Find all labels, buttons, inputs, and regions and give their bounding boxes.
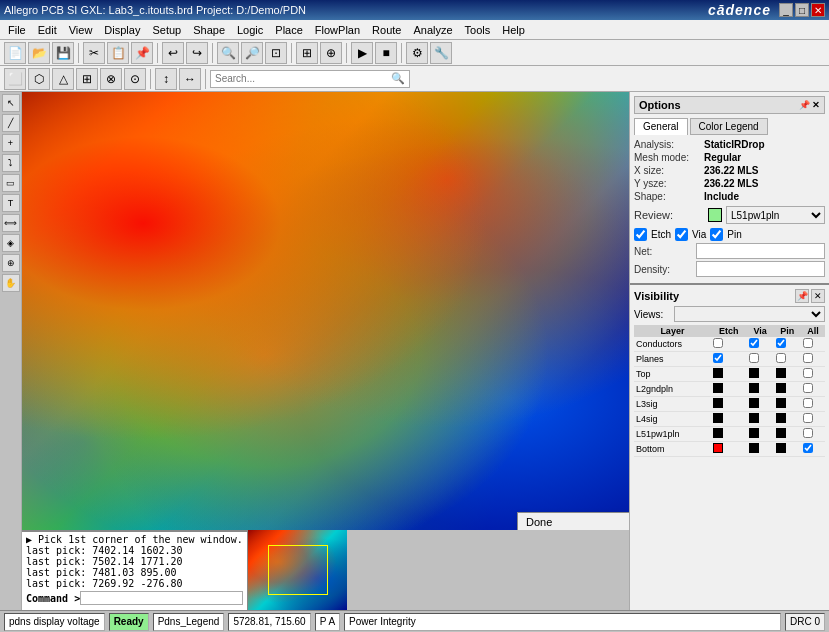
conductors-etch-cb[interactable] [713,338,723,348]
lt-zoom[interactable]: ⊕ [2,254,20,272]
l3-all-cb[interactable] [803,398,813,408]
l5-via-sq[interactable] [749,428,759,438]
menu-place[interactable]: Place [269,22,309,38]
maximize-button[interactable]: □ [795,3,809,17]
tb2-btn3[interactable]: △ [52,68,74,90]
etch-checkbox[interactable] [634,228,647,241]
menu-flowplan[interactable]: FlowPlan [309,22,366,38]
planes-etch-cb[interactable] [713,353,723,363]
lt-route[interactable]: ⤵ [2,154,20,172]
menu-setup[interactable]: Setup [146,22,187,38]
tb-cut[interactable]: ✂ [83,42,105,64]
close-button[interactable]: ✕ [811,3,825,17]
l5-pin-sq[interactable] [776,428,786,438]
l3-etch-sq[interactable] [713,398,723,408]
command-input[interactable] [80,591,243,605]
tb-undo[interactable]: ↩ [162,42,184,64]
l3-via-sq[interactable] [749,398,759,408]
menu-help[interactable]: Help [496,22,531,38]
l2-all-cb[interactable] [803,383,813,393]
tb-zoom-out[interactable]: 🔎 [241,42,263,64]
tb2-btn8[interactable]: ↔ [179,68,201,90]
top-etch-sq[interactable] [713,368,723,378]
bottom-etch-sq[interactable] [713,443,723,453]
tb-zoom-in[interactable]: 🔍 [217,42,239,64]
pcb-canvas-area[interactable]: Done Display Mesh Display Voltage Displa… [22,92,629,530]
menu-route[interactable]: Route [366,22,407,38]
search-input[interactable] [215,73,391,84]
tb2-btn5[interactable]: ⊗ [100,68,122,90]
l4-etch-sq[interactable] [713,413,723,423]
lt-3d[interactable]: ◈ [2,234,20,252]
tab-color-legend[interactable]: Color Legend [690,118,768,135]
views-select[interactable] [674,306,825,322]
tb2-btn1[interactable]: ⬜ [4,68,26,90]
bottom-pin-sq[interactable] [776,443,786,453]
menu-display[interactable]: Display [98,22,146,38]
tb2-btn4[interactable]: ⊞ [76,68,98,90]
review-dropdown[interactable]: L51pw1pln [726,206,825,224]
tb-properties[interactable]: ⚙ [406,42,428,64]
menu-analyze[interactable]: Analyze [407,22,458,38]
planes-via-cb[interactable] [749,353,759,363]
menu-view[interactable]: View [63,22,99,38]
l4-all-cb[interactable] [803,413,813,423]
tb2-btn6[interactable]: ⊙ [124,68,146,90]
top-pin-sq[interactable] [776,368,786,378]
tb2-btn7[interactable]: ↕ [155,68,177,90]
menu-logic[interactable]: Logic [231,22,269,38]
lt-wire[interactable]: ╱ [2,114,20,132]
l2-pin-sq[interactable] [776,383,786,393]
tb-snap[interactable]: ⊕ [320,42,342,64]
bottom-all-cb[interactable] [803,443,813,453]
top-all-cb[interactable] [803,368,813,378]
conductors-all-cb[interactable] [803,338,813,348]
density-input[interactable] [696,261,825,277]
menu-file[interactable]: File [2,22,32,38]
tb2-btn2[interactable]: ⬡ [28,68,50,90]
tb-grid[interactable]: ⊞ [296,42,318,64]
lt-place[interactable]: + [2,134,20,152]
l2-etch-sq[interactable] [713,383,723,393]
net-input[interactable] [696,243,825,259]
l3-pin-sq[interactable] [776,398,786,408]
tb-settings[interactable]: 🔧 [430,42,452,64]
menu-tools[interactable]: Tools [459,22,497,38]
ctx-done[interactable]: Done [518,513,629,530]
lt-select[interactable]: ↖ [2,94,20,112]
lt-shape[interactable]: ▭ [2,174,20,192]
tb-paste[interactable]: 📌 [131,42,153,64]
planes-all-cb[interactable] [803,353,813,363]
minimize-button[interactable]: _ [779,3,793,17]
conductors-via-cb[interactable] [749,338,759,348]
menu-edit[interactable]: Edit [32,22,63,38]
options-close-button[interactable]: ✕ [812,100,820,110]
lt-text[interactable]: T [2,194,20,212]
l4-via-sq[interactable] [749,413,759,423]
lt-pan[interactable]: ✋ [2,274,20,292]
l5-all-cb[interactable] [803,428,813,438]
tb-open[interactable]: 📂 [28,42,50,64]
conductors-pin-cb[interactable] [776,338,786,348]
top-via-sq[interactable] [749,368,759,378]
pin-checkbox[interactable] [710,228,723,241]
bottom-via-sq[interactable] [749,443,759,453]
tb-new[interactable]: 📄 [4,42,26,64]
tab-general[interactable]: General [634,118,688,135]
options-pin-button[interactable]: 📌 [799,100,810,110]
tb-zoom-fit[interactable]: ⊡ [265,42,287,64]
tb-redo[interactable]: ↪ [186,42,208,64]
l5-etch-sq[interactable] [713,428,723,438]
l4-pin-sq[interactable] [776,413,786,423]
tb-stop[interactable]: ■ [375,42,397,64]
lt-measure[interactable]: ⟺ [2,214,20,232]
tb-save[interactable]: 💾 [52,42,74,64]
planes-pin-cb[interactable] [776,353,786,363]
tb-copy[interactable]: 📋 [107,42,129,64]
tb-run[interactable]: ▶ [351,42,373,64]
menu-shape[interactable]: Shape [187,22,231,38]
via-checkbox[interactable] [675,228,688,241]
vis-close-button[interactable]: ✕ [811,289,825,303]
l2-via-sq[interactable] [749,383,759,393]
vis-pin-button[interactable]: 📌 [795,289,809,303]
